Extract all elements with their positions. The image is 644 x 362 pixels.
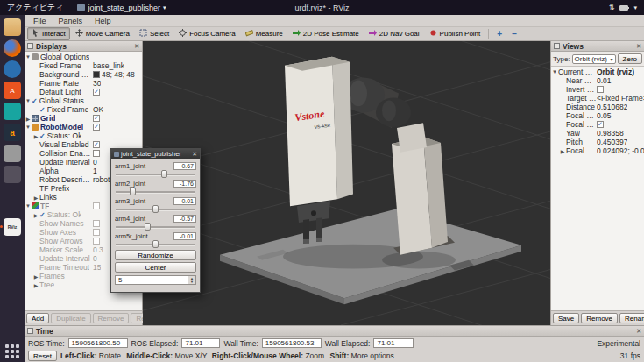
joint-slider[interactable] <box>116 240 195 248</box>
save-button[interactable]: Save <box>553 313 579 323</box>
property-row[interactable]: Near Clip ...0.01 <box>551 76 644 85</box>
expander-icon[interactable]: ▶ <box>32 212 39 218</box>
3d-viewport[interactable]: Vstone VS-ASR <box>143 41 550 325</box>
property-row[interactable]: ✓Fixed FrameOK <box>25 105 142 114</box>
property-row[interactable]: Background Color48; 48; 48 <box>25 70 142 79</box>
zero-button[interactable]: Zero <box>618 53 642 64</box>
property-value[interactable]: ✓ <box>93 124 142 131</box>
property-row[interactable]: ▼Current ViewOrbit (rviz) <box>551 67 644 76</box>
property-row[interactable]: Focal Shap...0.05 <box>551 111 644 120</box>
expander-icon[interactable]: ▼ <box>25 203 32 209</box>
expander-icon[interactable]: ▶ <box>25 116 32 122</box>
rate-spinbox[interactable]: 5 ▲▼ <box>115 275 196 285</box>
property-row[interactable]: ▶Focal Point0.024092; -0.00... <box>551 146 644 155</box>
expander-icon[interactable]: ▶ <box>32 133 39 139</box>
firefox-icon[interactable] <box>4 39 21 57</box>
jsp-title-bar[interactable]: joint_state_publisher ✕ <box>111 149 200 159</box>
settings-icon[interactable] <box>4 145 21 162</box>
property-row[interactable]: ▼Global Options <box>25 53 142 61</box>
ros-elapsed-field[interactable]: 71.01 <box>181 338 220 348</box>
property-row[interactable]: Pitch0.450397 <box>551 138 644 146</box>
libreoffice-icon[interactable] <box>4 103 21 120</box>
randomize-button[interactable]: Randomize <box>115 250 196 260</box>
views-panel-header[interactable]: Views ✕ <box>551 41 644 52</box>
joint-slider[interactable] <box>116 170 195 178</box>
tool-publish-point[interactable]: Publish Point <box>425 27 485 40</box>
tool-2d-nav-goal[interactable]: 2D Nav Goal <box>364 27 424 40</box>
expander-icon[interactable]: ▼ <box>25 54 32 60</box>
center-button[interactable]: Center <box>115 262 196 273</box>
checkbox[interactable] <box>93 229 100 236</box>
joint-value-field[interactable]: -0.57 <box>173 215 196 223</box>
close-icon[interactable]: ✕ <box>192 151 197 158</box>
expander-icon[interactable]: ▼ <box>551 69 558 75</box>
menu-file[interactable]: File <box>27 15 53 26</box>
joint-slider[interactable] <box>116 188 195 195</box>
remove-view-button[interactable]: Remove <box>581 313 618 323</box>
files-icon[interactable] <box>4 18 21 36</box>
system-menu-chevron-icon[interactable]: ▾ <box>633 4 637 11</box>
joint-value-field[interactable]: -0.01 <box>173 232 196 240</box>
checkbox[interactable] <box>93 238 100 245</box>
panel-close-icon[interactable]: ✕ <box>636 43 641 50</box>
checkbox[interactable] <box>597 86 604 93</box>
checkbox[interactable] <box>93 150 100 157</box>
remove-tool-button[interactable]: − <box>507 28 521 39</box>
joint-value-field[interactable]: 0.67 <box>173 162 196 170</box>
rename-view-button[interactable]: Rename <box>619 313 644 323</box>
spinner-arrows-icon[interactable]: ▲▼ <box>188 276 195 284</box>
checkbox[interactable]: ✓ <box>93 124 100 131</box>
panel-close-icon[interactable]: ✕ <box>636 328 641 335</box>
property-value[interactable] <box>597 86 644 93</box>
expander-icon[interactable]: ▼ <box>25 98 32 103</box>
expander-icon[interactable]: ▶ <box>32 282 39 288</box>
property-row[interactable]: ▼✓Global Status: Ok <box>25 96 142 105</box>
ros-time-field[interactable]: 1590561800.50 <box>68 338 128 348</box>
slider-handle[interactable] <box>130 188 136 195</box>
checkbox[interactable]: ✓ <box>93 89 100 96</box>
tool-move-camera[interactable]: Move Camera <box>71 27 134 40</box>
property-value[interactable]: ✓ <box>93 89 142 96</box>
property-row[interactable]: Yaw0.98358 <box>551 129 644 138</box>
displays-panel-header[interactable]: Displays ✕ <box>25 41 142 52</box>
network-icon[interactable]: ⇅ <box>609 4 615 11</box>
property-value[interactable]: ✓ <box>93 141 142 148</box>
rviz-dock-icon[interactable]: RViz <box>4 218 21 236</box>
thunderbird-icon[interactable] <box>4 60 21 78</box>
property-row[interactable]: Fixed Framebase_link <box>25 61 142 70</box>
wall-time-field[interactable]: 1590561800.53 <box>262 338 322 348</box>
tool-focus-camera[interactable]: Focus Camera <box>174 27 239 40</box>
joint-value-field[interactable]: 0.01 <box>173 197 196 205</box>
checkbox[interactable] <box>93 202 100 209</box>
checkbox[interactable]: ✓ <box>93 115 100 122</box>
add-tool-button[interactable]: + <box>492 28 506 39</box>
property-row[interactable]: Default Light✓ <box>25 88 142 96</box>
activities-button[interactable]: アクティビティ <box>0 0 70 15</box>
joint-slider[interactable] <box>116 223 195 231</box>
expander-icon[interactable]: ▶ <box>559 148 566 154</box>
software-center-icon[interactable]: A <box>4 82 21 99</box>
slider-handle[interactable] <box>152 205 159 213</box>
property-row[interactable]: ▶Grid✓ <box>25 114 142 123</box>
tool-measure[interactable]: Measure <box>241 27 287 40</box>
property-row[interactable]: Distance0.510682 <box>551 103 644 111</box>
property-value[interactable]: ✓ <box>93 115 142 122</box>
time-panel-header[interactable]: Time ✕ <box>25 326 644 337</box>
battery-icon[interactable] <box>619 5 628 11</box>
property-row[interactable]: Focal Shap...✓ <box>551 120 644 129</box>
expander-icon[interactable]: ▶ <box>32 273 39 280</box>
joint-slider[interactable] <box>116 205 195 213</box>
property-row[interactable]: Frame Rate30 <box>25 79 142 88</box>
checkbox[interactable]: ✓ <box>93 141 100 148</box>
amazon-icon[interactable] <box>4 124 21 141</box>
checkbox[interactable]: ✓ <box>597 121 604 128</box>
wall-elapsed-field[interactable]: 71.01 <box>373 338 414 348</box>
reset-button[interactable]: Reset <box>28 351 57 361</box>
tool-select[interactable]: Select <box>135 27 173 40</box>
property-value[interactable]: ✓ <box>597 121 644 128</box>
tool-interact[interactable]: Interact <box>27 27 70 40</box>
menu-help[interactable]: Help <box>88 15 117 26</box>
panel-close-icon[interactable]: ✕ <box>134 43 139 50</box>
slider-handle[interactable] <box>145 223 151 231</box>
remove-button[interactable]: Remove <box>93 313 130 323</box>
